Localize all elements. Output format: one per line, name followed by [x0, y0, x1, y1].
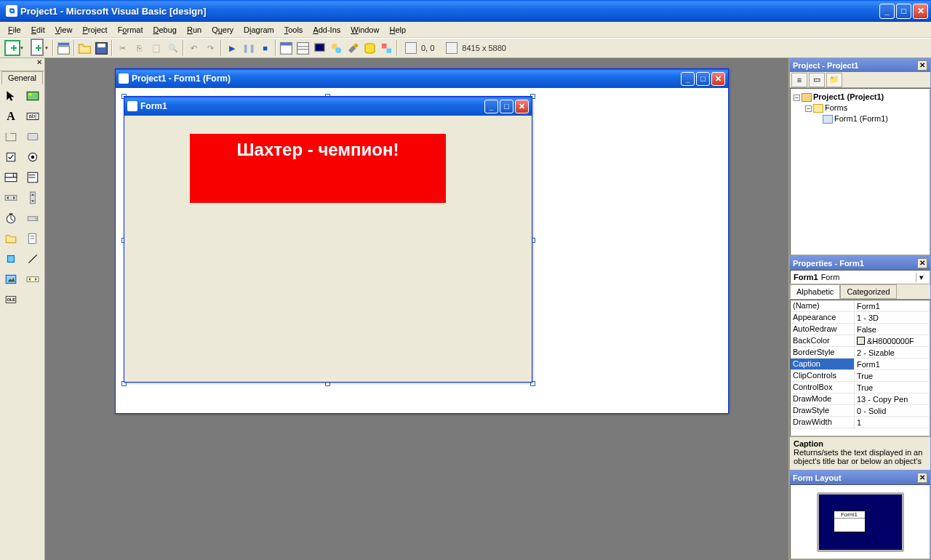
dirlistbox-tool[interactable]	[1, 230, 20, 247]
form-close-button[interactable]: ✕	[515, 100, 529, 113]
view-code-button[interactable]: ≡	[791, 73, 807, 87]
view-object-button[interactable]: ▭	[809, 73, 825, 87]
component-manager-button[interactable]	[378, 40, 395, 56]
dropdown-icon[interactable]: ▾	[916, 273, 927, 282]
property-row[interactable]: DrawMode13 - Copy Pen	[791, 393, 930, 405]
form-layout-button[interactable]	[311, 40, 328, 56]
property-row[interactable]: CaptionForm1	[791, 359, 930, 370]
find-button[interactable]: 🔍	[164, 40, 181, 56]
start-button[interactable]: ▶	[223, 40, 240, 56]
shape-tool[interactable]	[1, 250, 20, 268]
redo-button[interactable]: ↷	[202, 40, 219, 56]
menu-format[interactable]: Format	[113, 24, 148, 36]
property-row[interactable]: BorderStyle2 - Sizable	[791, 347, 930, 359]
menu-window[interactable]: Window	[345, 24, 384, 36]
checkbox-tool[interactable]	[1, 148, 20, 166]
image-tool[interactable]	[1, 271, 20, 288]
undo-button[interactable]: ↶	[185, 40, 202, 56]
expand-icon[interactable]: −	[794, 95, 800, 101]
form-canvas[interactable]: Шахтер - чемпион!	[124, 116, 532, 382]
menu-view[interactable]: View	[50, 24, 78, 36]
close-button[interactable]: ✕	[913, 4, 928, 19]
paste-button[interactable]: 📋	[148, 40, 164, 56]
layout-panel-close-button[interactable]: ✕	[917, 473, 927, 483]
project-panel-close-button[interactable]: ✕	[917, 60, 927, 71]
form-titlebar[interactable]: Form1 _ □ ✕	[124, 97, 532, 116]
listbox-tool[interactable]	[23, 169, 42, 186]
menu-editor-button[interactable]	[55, 40, 72, 56]
pointer-tool[interactable]	[1, 87, 20, 105]
project-tree[interactable]: −Project1 (Project1) −Forms Form1 (Form1…	[790, 88, 930, 255]
tab-categorized[interactable]: Categorized	[840, 284, 896, 299]
copy-button[interactable]: ⎘	[131, 40, 148, 56]
properties-button[interactable]	[295, 40, 311, 56]
property-row[interactable]: ControlBoxTrue	[791, 382, 930, 393]
filelistbox-tool[interactable]	[23, 230, 42, 247]
minimize-button[interactable]: _	[879, 4, 895, 19]
property-row[interactable]: BackColor&H8000000F	[791, 335, 930, 347]
toolbox-close-button[interactable]: ✕	[33, 58, 44, 71]
menu-addins[interactable]: Add-Ins	[308, 24, 345, 36]
property-row[interactable]: AutoRedrawFalse	[791, 324, 930, 335]
menu-tools[interactable]: Tools	[279, 24, 308, 36]
designer-close-button[interactable]: ✕	[711, 72, 725, 86]
form-preview[interactable]: Form1 _ □ ✕ Шахтер - чемпион!	[124, 96, 532, 383]
toggle-folders-button[interactable]: 📁	[826, 73, 842, 87]
frame-tool[interactable]	[1, 128, 20, 145]
optionbutton-tool[interactable]	[23, 148, 42, 166]
form-node[interactable]: Form1 (Form1)	[834, 114, 888, 123]
textbox-tool[interactable]: ab|	[23, 108, 42, 125]
layout-preview[interactable]: Form1	[790, 484, 930, 559]
label-tool[interactable]: A	[1, 108, 20, 125]
data-tool[interactable]	[23, 271, 42, 288]
properties-panel-close-button[interactable]: ✕	[917, 258, 927, 268]
menu-file[interactable]: File	[3, 24, 26, 36]
mini-form[interactable]: Form1	[834, 511, 866, 532]
ole-tool[interactable]: OLE	[1, 291, 20, 308]
commandbutton-tool[interactable]	[23, 128, 42, 145]
vscrollbar-tool[interactable]	[23, 189, 42, 207]
designer-titlebar[interactable]: Project1 - Form1 (Form) _ □ ✕	[116, 69, 728, 88]
drivelistbox-tool[interactable]	[23, 209, 42, 227]
add-item-button[interactable]	[26, 40, 51, 56]
object-browser-button[interactable]	[328, 40, 345, 56]
save-button[interactable]	[93, 40, 110, 56]
menu-run[interactable]: Run	[182, 24, 207, 36]
object-selector[interactable]: Form1 Form ▾	[790, 270, 930, 284]
end-button[interactable]: ■	[257, 40, 273, 56]
cut-button[interactable]: ✂	[114, 40, 131, 56]
project-root-node[interactable]: Project1 (Project1)	[813, 92, 884, 101]
combobox-tool[interactable]	[1, 169, 20, 186]
maximize-button[interactable]: □	[896, 4, 911, 19]
break-button[interactable]: ❚❚	[240, 40, 257, 56]
open-button[interactable]	[76, 40, 93, 56]
menu-edit[interactable]: Edit	[26, 24, 50, 36]
toolbox-button[interactable]	[345, 40, 361, 56]
expand-icon[interactable]: −	[805, 105, 812, 112]
line-tool[interactable]	[23, 250, 42, 268]
property-row[interactable]: ClipControlsTrue	[791, 370, 930, 382]
designer-minimize-button[interactable]: _	[681, 72, 695, 86]
data-view-button[interactable]	[361, 40, 378, 56]
properties-grid[interactable]: (Name)Form1Appearance1 - 3DAutoRedrawFal…	[790, 300, 930, 436]
property-row[interactable]: Appearance1 - 3D	[791, 312, 930, 324]
property-row[interactable]: (Name)Form1	[791, 300, 930, 312]
project-explorer-button[interactable]	[278, 40, 295, 56]
menu-diagram[interactable]: Diagram	[239, 24, 279, 36]
timer-tool[interactable]	[1, 209, 20, 227]
form-maximize-button[interactable]: □	[500, 100, 514, 113]
label-control[interactable]: Шахтер - чемпион!	[190, 134, 446, 203]
form-minimize-button[interactable]: _	[484, 100, 498, 113]
menu-query[interactable]: Query	[207, 24, 239, 36]
menu-help[interactable]: Help	[384, 24, 411, 36]
form-designer-window[interactable]: Project1 - Form1 (Form) _ □ ✕	[115, 68, 729, 414]
menu-project[interactable]: Project	[77, 24, 112, 36]
picturebox-tool[interactable]	[23, 87, 42, 105]
add-project-button[interactable]	[1, 40, 26, 56]
property-row[interactable]: DrawStyle0 - Solid	[791, 405, 930, 417]
designer-maximize-button[interactable]: □	[696, 72, 710, 86]
hscrollbar-tool[interactable]	[1, 189, 20, 207]
tab-alphabetic[interactable]: Alphabetic	[790, 284, 840, 299]
menu-debug[interactable]: Debug	[148, 24, 181, 36]
property-row[interactable]: DrawWidth1	[791, 417, 930, 428]
